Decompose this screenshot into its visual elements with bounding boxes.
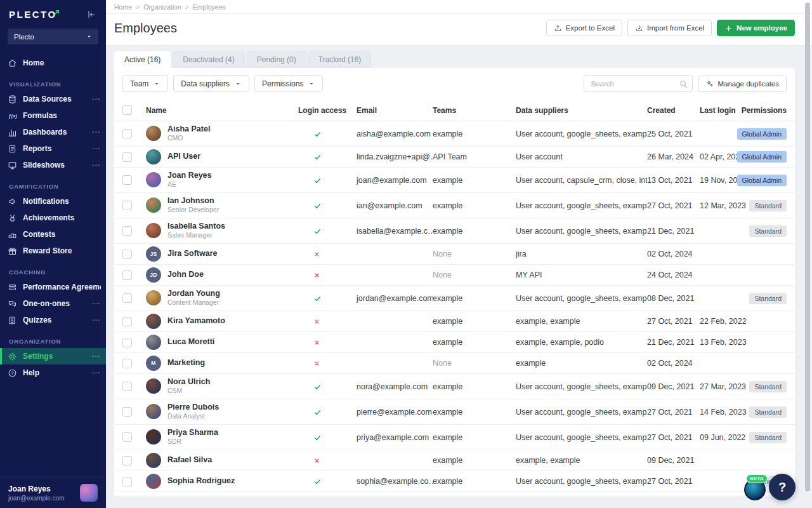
sidebar-item-data-sources[interactable]: Data Sources··· [0,91,106,107]
table-row[interactable]: JD John Doe None MY API 24 Oct, 2024 [114,265,795,286]
row-checkbox[interactable] [122,432,132,442]
table-row[interactable]: Luca Moretti example example, example, p… [114,332,795,353]
row-checkbox[interactable] [122,152,132,162]
item-more-button[interactable]: ··· [92,95,101,103]
permissions-cell: Global Admin [737,175,795,186]
sidebar-item-achievements[interactable]: Achievements [0,210,106,226]
row-checkbox[interactable] [122,456,132,465]
sidebar-item-formulas[interactable]: ƒ(x)Formulas [0,107,106,124]
filter-data-suppliers[interactable]: Data suppliers [173,75,249,92]
sidebar-item-performance-agreements[interactable]: Performance Agreements [0,279,106,295]
table-row[interactable]: Joan Reyes AE joan@example.com example U… [114,168,795,193]
sidebar-item-quizzes[interactable]: Quizzes··· [0,312,106,328]
created-cell: 27 Oct, 2021 [647,317,700,326]
table-row[interactable]: Pierre Dubois Data Analyst pierre@exampl… [114,399,795,425]
data-suppliers-cell: User account, google_sheets, example, ex… [516,382,647,391]
sidebar-item-dashboards[interactable]: Dashboards··· [0,124,106,140]
scrollbar-thumb[interactable] [805,3,810,491]
row-checkbox[interactable] [122,271,132,280]
table-row[interactable]: Priya Sharma SDR priya@example.com examp… [114,425,795,450]
row-checkbox[interactable] [122,201,132,210]
table-row[interactable]: Jordan Young Content Manager jordan@exam… [114,286,795,311]
row-checkbox[interactable] [122,317,132,326]
item-more-button[interactable]: ··· [92,300,101,307]
search-input[interactable] [584,75,693,92]
column-header-created[interactable]: Created [647,106,700,115]
sidebar-item-slideshows[interactable]: Slideshows··· [0,157,106,173]
item-more-button[interactable]: ··· [92,352,101,360]
collapse-sidebar-button[interactable] [86,8,98,20]
row-checkbox[interactable] [122,338,132,347]
logo-arrow-icon [54,6,60,17]
table-row[interactable]: Rafael Silva example example, example 09… [114,450,795,471]
table-row[interactable]: Aisha Patel CMO aisha@example.com exampl… [114,121,795,147]
item-more-button[interactable]: ··· [92,128,101,136]
tab-pending-0[interactable]: Pending (0) [247,51,306,68]
permissions-badge: Global Admin [737,151,787,163]
table-row[interactable]: Ian Johnson Senior Developer ian@example… [114,193,795,218]
row-checkbox[interactable] [122,129,132,138]
sidebar-item-reports[interactable]: Reports··· [0,140,106,157]
tab-tracked-16[interactable]: Tracked (16) [308,51,372,68]
breadcrumb-organization[interactable]: Organization [143,3,181,11]
select-all-checkbox[interactable] [122,105,132,115]
row-checkbox[interactable] [122,477,132,486]
sidebar-item-reward-store[interactable]: Reward Store [0,243,106,259]
table-row[interactable]: Sophia Rodriguez sophia@example.co… exam… [114,471,795,492]
tab-active-16[interactable]: Active (16) [114,51,171,68]
column-header-data-suppliers[interactable]: Data suppliers [516,106,647,115]
row-checkbox[interactable] [122,175,132,185]
column-header-name[interactable]: Name [140,106,298,115]
filter-team[interactable]: Team [122,75,168,92]
row-checkbox[interactable] [122,293,132,303]
table-header-row: Name Login access Email Teams Data suppl… [114,100,795,121]
row-checkbox[interactable] [122,359,132,368]
table-row[interactable]: API User linda.zvaigzne+api@… API Team U… [114,147,795,168]
table-row[interactable]: Isabella Santos Sales Manager isabella@e… [114,218,795,244]
export-to-excel-button[interactable]: Export to Excel [546,20,622,36]
sidebar-item-settings[interactable]: Settings··· [0,348,106,364]
caret-down-icon [85,32,93,41]
ai-assistant-button[interactable]: BETA [744,479,766,500]
row-checkbox[interactable] [122,226,132,236]
column-header-login-access[interactable]: Login access [298,106,357,115]
email-cell: aisha@example.com [357,130,433,138]
sidebar-item-help[interactable]: ?Help··· [0,364,106,381]
sidebar-nav: HomeVISUALIZATIONData Sources···ƒ(x)Form… [0,51,106,477]
cross-icon [313,272,320,279]
employee-name: John Doe [167,270,204,280]
table-row[interactable]: Kira Yamamoto example example, example 2… [114,311,795,332]
sidebar-item-home[interactable]: Home [0,55,106,71]
sidebar-item-one-on-ones[interactable]: One-on-ones··· [0,295,106,312]
organization-selector[interactable]: Plecto [8,29,98,44]
item-more-button[interactable]: ··· [92,161,101,169]
breadcrumb-employees[interactable]: Employees [193,3,226,11]
data-suppliers-cell: example, example [516,456,647,465]
sidebar-item-notifications[interactable]: Notifications [0,193,106,210]
new-employee-button[interactable]: New employee [717,20,795,36]
sidebar-user[interactable]: Joan Reyes joan@example.com [0,477,106,508]
email-cell: pierre@example.com [357,408,433,417]
filter-permissions[interactable]: Permissions [254,75,323,92]
row-checkbox[interactable] [122,407,132,417]
manage-duplicates-button[interactable]: Manage duplicates [698,76,787,92]
row-checkbox[interactable] [122,250,132,259]
table-row[interactable]: JS Jira Software None jira 02 Oct, 2024 [114,244,795,265]
sidebar-item-contests[interactable]: Contests [0,226,106,243]
column-header-email[interactable]: Email [357,106,433,115]
import-from-excel-button[interactable]: Import from Excel [627,20,712,36]
agreements-icon [8,283,17,292]
breadcrumb-home[interactable]: Home [114,3,132,11]
tab-deactivated-4[interactable]: Deactivated (4) [173,51,244,68]
item-more-button[interactable]: ··· [92,316,101,324]
item-more-button[interactable]: ··· [92,369,101,377]
column-header-permissions[interactable]: Permissions [742,106,795,115]
avatar [146,335,161,350]
table-row[interactable]: M Marketing None example 02 Oct, 2024 [114,353,795,374]
row-checkbox[interactable] [122,382,132,391]
email-cell: joan@example.com [357,176,433,185]
item-more-button[interactable]: ··· [92,145,101,152]
help-button[interactable]: ? [769,474,796,500]
table-row[interactable]: Nora Ulrich CSM nora@example.com example… [114,374,795,399]
column-header-teams[interactable]: Teams [433,106,516,115]
